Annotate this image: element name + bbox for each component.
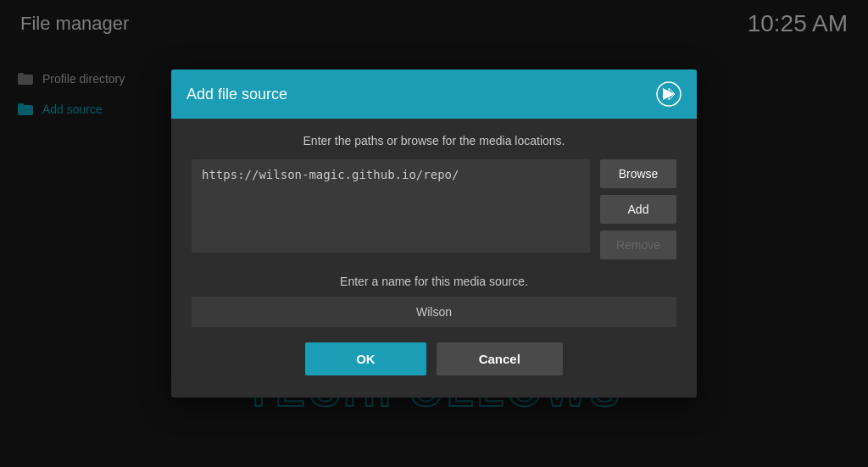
name-row: Wilson [192, 297, 676, 327]
path-row: Browse Add Remove [192, 159, 676, 259]
cancel-button[interactable]: Cancel [437, 342, 563, 375]
name-value: Wilson [202, 305, 666, 319]
path-input[interactable] [192, 159, 590, 253]
ok-button[interactable]: OK [305, 342, 426, 375]
name-instruction: Enter a name for this media source. [192, 275, 676, 288]
add-button[interactable]: Add [600, 195, 676, 224]
browse-button[interactable]: Browse [600, 159, 676, 188]
modal-overlay: Add file source Enter the paths or brows… [0, 0, 868, 467]
dialog: Add file source Enter the paths or brows… [171, 69, 697, 398]
dialog-header: Add file source [171, 69, 697, 119]
dialog-title: Add file source [186, 86, 287, 103]
remove-button[interactable]: Remove [600, 231, 676, 259]
path-buttons: Browse Add Remove [600, 159, 676, 259]
path-instruction: Enter the paths or browse for the media … [192, 134, 676, 147]
dialog-footer: OK Cancel [192, 342, 676, 379]
dialog-body: Enter the paths or browse for the media … [171, 119, 697, 398]
kodi-logo [656, 81, 682, 107]
